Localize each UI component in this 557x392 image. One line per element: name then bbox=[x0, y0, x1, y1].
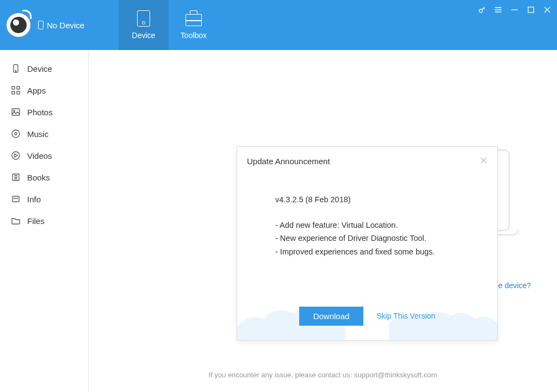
close-icon[interactable] bbox=[543, 5, 552, 14]
device-icon bbox=[11, 64, 21, 73]
sidebar-item-photos[interactable]: Photos bbox=[0, 101, 88, 123]
tab-device[interactable]: Device bbox=[119, 0, 169, 50]
body: Device Apps Photos Music Videos Books In… bbox=[0, 50, 557, 392]
svg-rect-1 bbox=[528, 7, 534, 13]
skip-version-button[interactable]: Skip This Version bbox=[376, 312, 435, 320]
photos-icon bbox=[11, 107, 21, 117]
minimize-icon[interactable] bbox=[510, 5, 519, 14]
files-icon bbox=[11, 216, 21, 226]
device-status: No Device bbox=[38, 21, 84, 30]
app-header: No Device Device Toolbox bbox=[0, 0, 557, 50]
sidebar: Device Apps Photos Music Videos Books In… bbox=[0, 50, 89, 392]
cloud-decoration bbox=[237, 302, 497, 340]
phone-icon bbox=[38, 21, 44, 29]
window-controls bbox=[478, 5, 552, 14]
svg-rect-6 bbox=[12, 91, 15, 94]
svg-rect-4 bbox=[12, 86, 15, 89]
sidebar-item-label: Videos bbox=[27, 151, 52, 160]
version-line: v4.3.2.5 (8 Feb 2018) bbox=[275, 193, 459, 207]
download-button[interactable]: Download bbox=[299, 307, 364, 326]
device-status-label: No Device bbox=[47, 21, 84, 30]
svg-point-10 bbox=[12, 130, 20, 138]
sidebar-item-label: Books bbox=[27, 173, 50, 182]
sidebar-item-label: Info bbox=[27, 195, 41, 204]
music-icon bbox=[11, 129, 21, 139]
books-icon bbox=[11, 172, 21, 182]
sidebar-item-device[interactable]: Device bbox=[0, 58, 88, 79]
sidebar-item-label: Device bbox=[27, 64, 52, 73]
release-note: - Add new feature: Virtual Location. bbox=[275, 219, 459, 232]
device-tab-icon bbox=[135, 10, 152, 27]
sidebar-item-apps[interactable]: Apps bbox=[0, 79, 88, 101]
svg-point-15 bbox=[14, 198, 15, 199]
sidebar-item-label: Music bbox=[27, 129, 48, 139]
apps-icon bbox=[11, 85, 21, 95]
modal-header: Update Announcement bbox=[237, 147, 497, 171]
svg-rect-5 bbox=[17, 86, 20, 89]
tab-label: Toolbox bbox=[181, 31, 207, 40]
tab-toolbox[interactable]: Toolbox bbox=[169, 0, 219, 50]
sidebar-item-label: Apps bbox=[27, 86, 46, 95]
svg-point-9 bbox=[14, 110, 15, 111]
sidebar-item-videos[interactable]: Videos bbox=[0, 145, 88, 166]
menu-icon[interactable] bbox=[494, 5, 503, 14]
toolbox-tab-icon bbox=[185, 10, 202, 27]
modal-body: v4.3.2.5 (8 Feb 2018) - Add new feature:… bbox=[237, 171, 497, 291]
sidebar-item-label: Photos bbox=[27, 108, 53, 117]
tab-label: Device bbox=[132, 31, 156, 40]
sidebar-item-music[interactable]: Music bbox=[0, 123, 88, 145]
release-note: - New experience of Driver Diagnostic To… bbox=[275, 232, 459, 245]
info-icon bbox=[11, 194, 21, 204]
key-icon[interactable] bbox=[478, 5, 486, 14]
sidebar-item-files[interactable]: Files bbox=[0, 210, 88, 232]
sidebar-item-books[interactable]: Books bbox=[0, 166, 88, 188]
svg-rect-7 bbox=[17, 91, 20, 94]
modal-title: Update Announcement bbox=[247, 157, 330, 166]
svg-point-16 bbox=[16, 198, 16, 199]
app-logo-icon bbox=[7, 13, 30, 37]
videos-icon bbox=[11, 151, 21, 160]
svg-point-12 bbox=[12, 152, 20, 159]
sidebar-item-info[interactable]: Info bbox=[0, 188, 88, 210]
svg-rect-8 bbox=[12, 109, 20, 115]
svg-point-11 bbox=[15, 133, 17, 135]
header-tabs: Device Toolbox bbox=[119, 0, 219, 50]
footer-text: If you encounter any issue, please conta… bbox=[89, 371, 557, 379]
header-left: No Device bbox=[0, 0, 119, 50]
release-note: - Improved experiences and fixed some bu… bbox=[275, 245, 459, 259]
svg-point-17 bbox=[17, 198, 18, 199]
update-modal: Update Announcement v4.3.2.5 (8 Feb 2018… bbox=[237, 146, 498, 341]
sidebar-item-label: Files bbox=[27, 216, 45, 226]
svg-point-3 bbox=[15, 71, 16, 72]
close-icon[interactable] bbox=[480, 155, 487, 167]
main-content: ? Cannot recognize the device? If you en… bbox=[89, 50, 557, 392]
maximize-icon[interactable] bbox=[527, 5, 535, 14]
modal-footer: Download Skip This Version bbox=[237, 291, 497, 340]
